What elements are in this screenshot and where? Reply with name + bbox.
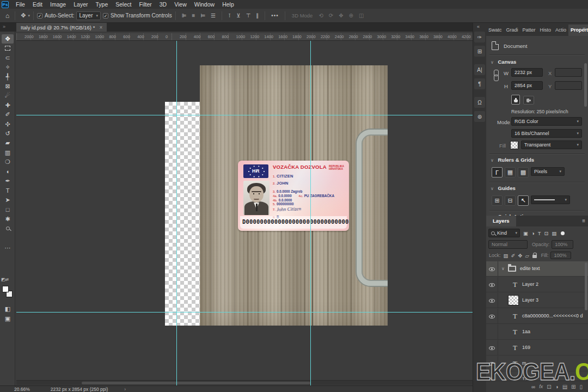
gray-frame-object[interactable] — [357, 130, 388, 286]
distribute-right-icon[interactable]: ∥ — [253, 13, 261, 19]
character-panel-icon[interactable]: A| — [474, 64, 485, 75]
menu-type[interactable]: Type — [91, 0, 112, 9]
filter-smart-objects-icon[interactable]: ▤ — [552, 230, 557, 236]
screen-mode-icon[interactable]: ▣ — [2, 314, 14, 323]
menu-image[interactable]: Image — [46, 0, 70, 9]
quick-mask-icon[interactable]: ◧ — [2, 304, 14, 314]
panel-tab-patter[interactable]: Patter — [520, 24, 538, 36]
layer-name[interactable]: edite text — [520, 266, 540, 271]
lock-artboard-icon[interactable]: ▱ — [525, 253, 529, 259]
hand-tool-icon[interactable]: ✱ — [2, 215, 14, 224]
transparent-canvas-region[interactable] — [165, 102, 200, 326]
menu-filter[interactable]: Filter — [135, 0, 155, 9]
align-horizontal-centers-icon[interactable]: ≡ — [189, 13, 198, 19]
close-tab-icon[interactable]: × — [99, 24, 102, 30]
layers-tab[interactable]: Layers — [486, 216, 516, 226]
distribute-center-h-icon[interactable]: ⊻ — [234, 13, 243, 19]
brush-tool-icon[interactable]: ✐ — [2, 110, 14, 119]
panel-tab-actio[interactable]: Actio — [553, 24, 568, 36]
filter-adjustment-layers-icon[interactable]: ◑ — [531, 230, 535, 236]
panel-tab-gradi[interactable]: Gradi — [504, 24, 520, 36]
lock-all-icon[interactable] — [532, 255, 537, 258]
layer-filter-toggle-icon[interactable] — [561, 231, 565, 235]
layer-visibility-toggle[interactable] — [486, 277, 498, 292]
canvas-document[interactable]: HR VOZAČKA DOZVOLA REPUBLIKA HRVATSKA 1.… — [200, 65, 388, 326]
clone-source-panel-icon[interactable]: ⊞ — [474, 46, 485, 57]
marquee-tool-icon[interactable] — [2, 44, 14, 53]
checkbox-checked-icon[interactable]: ✓ — [103, 13, 108, 19]
link-dimensions-icon[interactable] — [494, 70, 498, 82]
eraser-tool-icon[interactable]: ▰ — [2, 138, 14, 148]
align-top-edges-icon[interactable]: ☰ — [208, 13, 218, 19]
show-transform-toggle[interactable]: ✓ Show Transform Controls — [103, 13, 172, 19]
bit-depth-dropdown[interactable]: 16 Bits/Channel▾ — [511, 129, 582, 138]
layer-name[interactable]: 169 — [522, 345, 530, 350]
filter-type-layers-icon[interactable]: T — [538, 230, 541, 236]
canvas-height-field[interactable]: 2854 px — [511, 81, 543, 90]
expand-panels-icon[interactable]: « — [477, 24, 480, 29]
layer-row[interactable]: Layer 3 — [486, 293, 588, 308]
scrollbar-thumb[interactable] — [82, 382, 310, 384]
layer-row[interactable]: T1aa — [486, 324, 588, 340]
toggle-rulers-icon[interactable]: Γ — [492, 167, 503, 177]
canvas-section-header[interactable]: ∨ Canvas — [491, 59, 516, 65]
guide-horizontal[interactable] — [16, 115, 473, 115]
document-tab[interactable]: Italy id.psd @ 20.7% (RGB/16) * × — [16, 23, 107, 32]
move-tool-icon[interactable]: ✥ — [2, 34, 14, 44]
align-right-edges-icon[interactable]: ⊨ — [198, 13, 208, 19]
fill-dropdown[interactable]: Transparent▾ — [521, 140, 582, 149]
auto-select-toggle[interactable]: ✓ Auto-Select: — [37, 13, 74, 19]
guide-vertical[interactable] — [310, 41, 311, 385]
ruler-units-dropdown[interactable]: Pixels▾ — [531, 167, 565, 176]
path-selection-tool-icon[interactable]: ➤ — [2, 195, 14, 205]
clone-stamp-tool-icon[interactable]: ✣ — [2, 120, 14, 129]
home-icon[interactable]: ⌂ — [3, 12, 11, 20]
lock-transparency-icon[interactable]: ▨ — [504, 253, 509, 259]
shape-tool-icon[interactable]: □ — [2, 205, 14, 214]
layers-scrollbar[interactable] — [585, 262, 587, 310]
fill-swatch[interactable] — [510, 141, 518, 149]
layer-name[interactable]: Layer 2 — [522, 281, 538, 287]
canvas-width-field[interactable]: 2232 px — [511, 68, 543, 77]
crop-tool-icon[interactable]: ╃ — [2, 72, 14, 82]
align-left-edges-icon[interactable]: ⊫ — [179, 13, 189, 19]
id-card[interactable]: HR VOZAČKA DOZVOLA REPUBLIKA HRVATSKA 1.… — [238, 161, 349, 231]
toggle-grid-icon[interactable]: ▦ — [505, 167, 516, 177]
brush-settings-panel-icon[interactable]: ✑ — [474, 32, 485, 42]
dodge-tool-icon[interactable]: ◖ — [2, 167, 14, 176]
libraries-panel-icon[interactable]: ⊛ — [474, 111, 485, 122]
edit-toolbar-icon[interactable]: ⋯ — [2, 243, 14, 253]
auto-select-target-dropdown[interactable]: Layer▾ — [76, 11, 101, 20]
layer-row[interactable]: Tc8a0000000...<<<<<<<<0 d — [486, 309, 588, 324]
glyphs-panel-icon[interactable]: Ω — [474, 97, 485, 108]
layer-row[interactable]: T169 — [486, 340, 588, 356]
panel-menu-icon[interactable]: ≡ — [583, 26, 586, 32]
tab-overflow-icon[interactable]: » — [3, 24, 5, 29]
more-options-icon[interactable]: ••• — [268, 13, 281, 19]
lock-pixels-icon[interactable]: ✐ — [511, 253, 516, 259]
add-guides-from-shape-icon[interactable]: ⊟ — [505, 195, 516, 206]
checkbox-checked-icon[interactable]: ✓ — [37, 13, 42, 19]
distribute-left-icon[interactable]: ⊺ — [225, 13, 234, 19]
horizontal-scrollbar[interactable] — [16, 380, 473, 385]
layer-visibility-toggle[interactable] — [486, 293, 498, 308]
layer-row[interactable]: TLayer 2 — [486, 277, 588, 292]
layer-visibility-toggle[interactable] — [486, 309, 498, 324]
panel-tab-swatc[interactable]: Swatc — [486, 24, 504, 36]
guide-horizontal[interactable] — [16, 312, 473, 313]
status-options-icon[interactable]: › — [124, 387, 126, 392]
distribute-bottom-icon[interactable]: ⊤ — [243, 13, 254, 19]
menu-select[interactable]: Select — [112, 0, 135, 9]
layer-row[interactable]: ∨edite text — [486, 261, 588, 277]
layer-visibility-toggle[interactable] — [486, 261, 498, 277]
menu-3d[interactable]: 3D — [156, 0, 170, 9]
portrait-orientation-button[interactable] — [511, 95, 520, 105]
horizontal-ruler[interactable]: 2000180016001400120010008006004002000200… — [16, 33, 473, 41]
zoom-level-field[interactable]: 20.66% — [14, 387, 30, 392]
lock-position-icon[interactable]: ✥ — [518, 253, 522, 259]
guide-style-dropdown[interactable]: ▾ — [531, 195, 570, 204]
color-swatches[interactable] — [2, 286, 13, 300]
lock-guides-icon[interactable]: ↖ — [518, 195, 529, 206]
filter-shape-layers-icon[interactable]: ⊡ — [544, 230, 549, 236]
color-mode-dropdown[interactable]: RGB Color▾ — [511, 117, 582, 126]
